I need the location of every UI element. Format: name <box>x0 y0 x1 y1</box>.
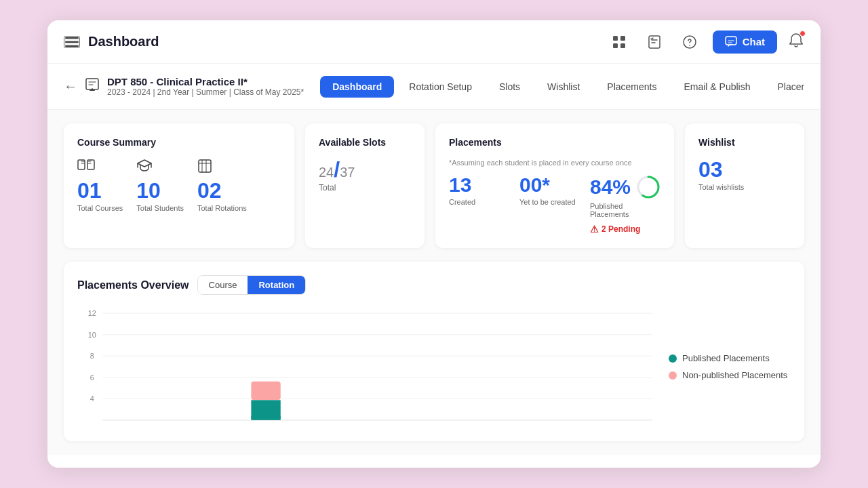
tab-dashboard[interactable]: Dashboard <box>320 76 394 98</box>
warning-icon: ⚠ <box>590 224 599 235</box>
legend-published: Published Placements <box>669 353 791 363</box>
published-label: Published Placements <box>590 202 660 218</box>
toggle-group: Course Rotation <box>197 275 307 295</box>
svg-text:10: 10 <box>88 331 96 339</box>
notification-badge <box>800 30 806 37</box>
chart-svg: 12 10 8 6 4 <box>77 306 652 428</box>
wishlist-label: Total wishlists <box>698 183 791 191</box>
total-courses-number: 01 <box>77 180 102 201</box>
tab-rotation-setup[interactable]: Rotation Setup <box>397 76 484 98</box>
svg-rect-9 <box>90 89 95 91</box>
svg-text:4: 4 <box>90 394 94 403</box>
course-name: DPT 850 - Clinical Practice II* <box>107 76 304 87</box>
svg-rect-2 <box>613 43 618 48</box>
total-students-label: Total Students <box>136 204 184 212</box>
menu-button[interactable] <box>64 36 80 48</box>
total-rotations-number: 02 <box>197 180 222 201</box>
header-actions: Chat <box>607 30 804 54</box>
students-icon <box>136 159 153 177</box>
svg-rect-3 <box>620 43 625 48</box>
published-dot <box>669 354 677 363</box>
tab-slots[interactable]: Slots <box>487 76 532 98</box>
toggle-rotation[interactable]: Rotation <box>248 276 305 294</box>
svg-rect-28 <box>251 416 280 420</box>
published-legend-label: Published Placements <box>682 353 770 363</box>
pending-text: 2 Pending <box>601 224 640 234</box>
created-item: 13 Created <box>449 175 514 235</box>
app-container: Dashboard <box>47 20 821 468</box>
slots-title: Available Slots <box>319 137 411 148</box>
non-published-dot <box>669 371 677 380</box>
svg-text:6: 6 <box>90 373 94 382</box>
grid-icon-button[interactable] <box>607 30 631 54</box>
placements-overview-section: Placements Overview Course Rotation 12 1… <box>64 262 804 441</box>
chart-legend: Published Placements Non-published Place… <box>669 306 791 428</box>
course-meta: 2023 - 2024 | 2nd Year | Summer | Class … <box>107 87 304 97</box>
slots-total: 24/37 Total <box>319 159 411 192</box>
svg-text:8: 8 <box>90 352 94 360</box>
summary-item-students: 10 Total Students <box>136 159 184 212</box>
wishlist-card: Wishlist 03 Total wishlists <box>685 123 804 248</box>
notification-button[interactable] <box>788 32 804 52</box>
tab-wishlist[interactable]: Wishlist <box>535 76 592 98</box>
wishlist-title: Wishlist <box>698 137 791 148</box>
slots-number: 24/37 <box>319 157 355 182</box>
total-courses-label: Total Courses <box>77 204 123 212</box>
nav-tabs: Dashboard Rotation Setup Slots Wishlist … <box>320 76 804 98</box>
checklist-icon-button[interactable] <box>642 30 667 54</box>
yet-to-create-label: Yet to be created <box>519 198 576 206</box>
non-published-legend-label: Non-published Placements <box>682 370 787 380</box>
published-number: 84% <box>590 177 631 197</box>
svg-rect-26 <box>251 382 280 401</box>
header-left: Dashboard <box>64 34 599 49</box>
wishlist-number: 03 <box>698 159 791 180</box>
placements-card: Placements *Assuming each student is pla… <box>435 123 674 248</box>
legend-non-published: Non-published Placements <box>669 370 791 380</box>
yet-to-create-number: 00* <box>519 175 550 195</box>
overview-header: Placements Overview Course Rotation <box>77 275 791 295</box>
summary-item-rotations: 02 Total Rotations <box>197 159 247 212</box>
svg-rect-8 <box>86 79 98 89</box>
svg-rect-27 <box>251 400 280 419</box>
summary-item-courses: 01 Total Courses <box>77 159 123 212</box>
svg-point-6 <box>689 45 690 46</box>
pending-badge: ⚠ 2 Pending <box>590 224 640 235</box>
progress-circle <box>636 175 660 199</box>
placements-title: Placements <box>449 137 660 148</box>
chart-area: 12 10 8 6 4 <box>77 306 791 428</box>
tab-placement-clearance[interactable]: Placement Clea... <box>766 76 805 98</box>
svg-rect-1 <box>620 36 625 41</box>
page-title: Dashboard <box>88 34 159 49</box>
placements-subtitle: *Assuming each student is placed in ever… <box>449 159 660 167</box>
summary-grid: 01 Total Courses 10 Total Students <box>77 159 281 212</box>
course-icon <box>84 77 100 97</box>
tab-email-publish[interactable]: Email & Publish <box>671 76 762 98</box>
slots-label: Total <box>319 183 411 192</box>
placements-grid: 13 Created 00* Yet to be created 84% <box>449 175 660 235</box>
created-label: Created <box>449 198 475 206</box>
content: Course Summary 01 Total Courses <box>47 110 821 455</box>
published-row: 84% <box>590 175 660 199</box>
svg-rect-12 <box>199 160 211 172</box>
svg-rect-0 <box>613 36 618 41</box>
sub-header: ← DPT 850 - Clinical Practice II* 2023 -… <box>47 64 821 110</box>
overview-title: Placements Overview <box>77 279 189 291</box>
course-info: DPT 850 - Clinical Practice II* 2023 - 2… <box>107 76 304 97</box>
yet-to-create-item: 00* Yet to be created <box>519 175 585 235</box>
published-item: 84% Published Placements ⚠ 2 Pending <box>590 175 660 235</box>
total-students-number: 10 <box>136 180 161 201</box>
created-number: 13 <box>449 175 471 195</box>
total-rotations-label: Total Rotations <box>197 204 247 212</box>
header: Dashboard <box>47 20 821 64</box>
back-button[interactable]: ← <box>64 79 77 94</box>
chart-wrapper: 12 10 8 6 4 <box>77 306 652 428</box>
help-icon-button[interactable] <box>677 30 702 54</box>
chat-button[interactable]: Chat <box>713 30 777 54</box>
tab-placements[interactable]: Placements <box>595 76 669 98</box>
toggle-course[interactable]: Course <box>198 276 248 294</box>
courses-icon <box>77 159 95 177</box>
svg-text:12: 12 <box>88 309 96 317</box>
course-summary-title: Course Summary <box>77 137 281 148</box>
available-slots-card: Available Slots 24/37 Total <box>305 123 425 248</box>
cards-row: Course Summary 01 Total Courses <box>64 123 804 248</box>
